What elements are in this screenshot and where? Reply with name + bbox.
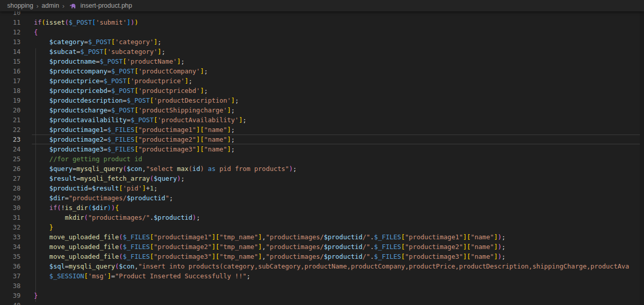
line-number-13[interactable]: 13 (0, 37, 21, 47)
line-number-31[interactable]: 31 (0, 213, 21, 222)
code-text: $productpricebd=$_POST['productpricebd']… (34, 86, 208, 96)
code-line-30[interactable]: 30 if(!is_dir($dir)){ (0, 203, 644, 213)
code-text: move_uploaded_file($_FILES["productimage… (34, 252, 505, 261)
php-elephant-icon (69, 3, 77, 9)
line-number-24[interactable]: 24 (0, 144, 21, 154)
code-line-31[interactable]: 31 mkdir("productimages/".$productid); (0, 213, 644, 222)
code-line-38[interactable]: 38 (0, 281, 644, 291)
code-line-16[interactable]: 16 $productcompany=$_POST['productCompan… (0, 66, 644, 76)
code-line-21[interactable]: 21 $productavailability=$_POST['productA… (0, 115, 644, 125)
code-line-18[interactable]: 18 $productpricebd=$_POST['productpriceb… (0, 86, 644, 96)
line-number-38[interactable]: 38 (0, 281, 21, 291)
code-line-22[interactable]: 22 $productimage1=$_FILES["productimage1… (0, 125, 644, 135)
line-number-27[interactable]: 27 (0, 174, 21, 183)
code-text: move_uploaded_file($_FILES["productimage… (34, 232, 505, 242)
chevron-right-icon: › (62, 2, 65, 10)
line-number-12[interactable]: 12 (0, 27, 21, 37)
code-line-29[interactable]: 29 $dir="productimages/$productid"; (0, 193, 644, 203)
line-number-11[interactable]: 11 (0, 17, 21, 27)
code-line-15[interactable]: 15 $productname=$_POST['productName']; (0, 56, 644, 66)
line-number-29[interactable]: 29 (0, 193, 21, 203)
code-line-35[interactable]: 35 move_uploaded_file($_FILES["productim… (0, 252, 644, 261)
code-line-11[interactable]: 11if(isset($_POST['submit'])) (0, 17, 644, 27)
line-number-33[interactable]: 33 (0, 232, 21, 242)
code-text: $productname=$_POST['productName']; (34, 56, 185, 66)
code-text: } (34, 291, 38, 300)
code-line-25[interactable]: 25 //for getting product id (0, 154, 644, 164)
code-text: //for getting product id (34, 154, 142, 164)
code-editor[interactable]: 1011if(isset($_POST['submit']))12{13 $ca… (0, 11, 644, 305)
scrollbar-track[interactable] (640, 11, 644, 305)
code-line-33[interactable]: 33 move_uploaded_file($_FILES["productim… (0, 232, 644, 242)
code-line-37[interactable]: 37 $_SESSION['msg']="Product Inserted Su… (0, 271, 644, 281)
code-text: $productimage2=$_FILES["productimage2"][… (34, 135, 235, 144)
code-line-36[interactable]: 36 $sql=mysqli_query($con,"insert into p… (0, 261, 644, 271)
code-text: } (34, 222, 53, 232)
code-lines: 1011if(isset($_POST['submit']))12{13 $ca… (0, 11, 644, 305)
code-line-32[interactable]: 32 } (0, 222, 644, 232)
code-text: $productdescription=$_POST['productDescr… (34, 96, 239, 105)
line-number-28[interactable]: 28 (0, 183, 21, 193)
code-text: { (34, 27, 38, 37)
line-number-40[interactable]: 40 (0, 300, 21, 305)
line-number-25[interactable]: 25 (0, 154, 21, 164)
code-text: $category=$_POST['category']; (34, 37, 161, 47)
code-text: mkdir("productimages/".$productid); (34, 213, 200, 222)
code-line-39[interactable]: 39} (0, 291, 644, 300)
line-number-23[interactable]: 23 (0, 135, 21, 144)
chevron-right-icon: › (36, 2, 39, 10)
code-line-10[interactable]: 10 (0, 11, 644, 17)
line-number-26[interactable]: 26 (0, 164, 21, 174)
code-text: $productprice=$_POST['productprice']; (34, 76, 193, 86)
code-line-27[interactable]: 27 $result=mysqli_fetch_array($query); (0, 174, 644, 183)
code-line-14[interactable]: 14 $subcat=$_POST['subcategory']; (0, 47, 644, 56)
line-number-30[interactable]: 30 (0, 203, 21, 213)
line-number-36[interactable]: 36 (0, 261, 21, 271)
line-number-35[interactable]: 35 (0, 252, 21, 261)
code-line-19[interactable]: 19 $productdescription=$_POST['productDe… (0, 96, 644, 105)
line-number-37[interactable]: 37 (0, 271, 21, 281)
line-number-14[interactable]: 14 (0, 47, 21, 56)
line-number-16[interactable]: 16 (0, 66, 21, 76)
code-text: $subcat=$_POST['subcategory']; (34, 47, 165, 56)
line-number-21[interactable]: 21 (0, 115, 21, 125)
code-line-23[interactable]: 23 $productimage2=$_FILES["productimage2… (0, 135, 644, 144)
code-line-40[interactable]: 40 (0, 300, 644, 305)
code-text: $_SESSION['msg']="Product Inserted Succe… (34, 271, 250, 281)
code-line-13[interactable]: 13 $category=$_POST['category']; (0, 37, 644, 47)
code-text: $productscharge=$_POST['productShippingc… (34, 105, 235, 115)
line-number-32[interactable]: 32 (0, 222, 21, 232)
code-text: move_uploaded_file($_FILES["productimage… (34, 242, 505, 252)
line-number-15[interactable]: 15 (0, 56, 21, 66)
code-text: $productimage1=$_FILES["productimage1"][… (34, 125, 235, 135)
breadcrumb-item-admin[interactable]: admin (42, 2, 59, 9)
code-text: $productcompany=$_POST['productCompany']… (34, 66, 208, 76)
code-text: $productavailability=$_POST['productAvai… (34, 115, 247, 125)
code-line-34[interactable]: 34 move_uploaded_file($_FILES["productim… (0, 242, 644, 252)
line-number-39[interactable]: 39 (0, 291, 21, 300)
code-text: if(isset($_POST['submit'])) (34, 17, 138, 27)
code-line-28[interactable]: 28 $productid=$result['pid']+1; (0, 183, 644, 193)
line-number-20[interactable]: 20 (0, 105, 21, 115)
code-line-17[interactable]: 17 $productprice=$_POST['productprice']; (0, 76, 644, 86)
line-number-17[interactable]: 17 (0, 76, 21, 86)
line-number-19[interactable]: 19 (0, 96, 21, 105)
line-number-34[interactable]: 34 (0, 242, 21, 252)
line-number-10[interactable]: 10 (0, 11, 21, 17)
code-line-26[interactable]: 26 $query=mysqli_query($con,"select max(… (0, 164, 644, 174)
code-text: $result=mysqli_fetch_array($query); (34, 174, 185, 183)
code-line-20[interactable]: 20 $productscharge=$_POST['productShippi… (0, 105, 644, 115)
line-number-22[interactable]: 22 (0, 125, 21, 135)
breadcrumb: shopping › admin › insert-product.php (0, 0, 644, 11)
code-line-24[interactable]: 24 $productimage3=$_FILES["productimage3… (0, 144, 644, 154)
code-text: $productid=$result['pid']+1; (34, 183, 158, 193)
code-line-12[interactable]: 12{ (0, 27, 644, 37)
code-text: $productimage3=$_FILES["productimage3"][… (34, 144, 235, 154)
line-number-18[interactable]: 18 (0, 86, 21, 96)
code-text: $sql=mysqli_query($con,"insert into prod… (34, 261, 629, 271)
code-text: $dir="productimages/$productid"; (34, 193, 173, 203)
breadcrumb-item-filename[interactable]: insert-product.php (80, 2, 132, 9)
breadcrumb-item-shopping[interactable]: shopping (7, 2, 33, 9)
code-text: $query=mysqli_query($con,"select max(id)… (34, 164, 297, 174)
code-text: if(!is_dir($dir)){ (34, 203, 119, 213)
